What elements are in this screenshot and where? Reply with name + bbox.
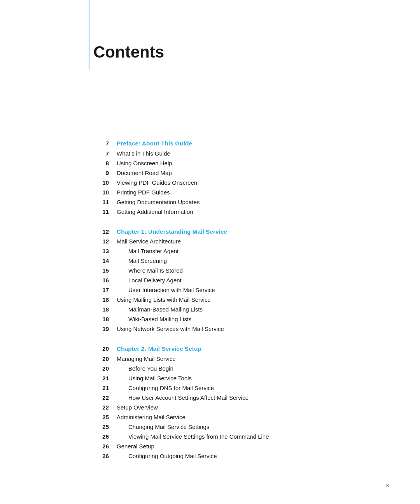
toc-entry-num: 8 xyxy=(93,159,109,167)
toc-entry-row: 11Getting Documentation Updates xyxy=(93,198,389,206)
toc-entry-row: 15Where Mail Is Stored xyxy=(93,266,389,275)
toc-entry-row: 26General Setup xyxy=(93,442,389,450)
toc-entry-row: 14Mail Screening xyxy=(93,257,389,265)
toc-entry-row: 25Changing Mail Service Settings xyxy=(93,423,389,431)
toc-entry-row: 12Mail Service Architecture xyxy=(93,237,389,245)
toc-entry-label: Managing Mail Service xyxy=(117,355,176,363)
toc-entry-label: General Setup xyxy=(117,442,154,450)
toc-entry-num: 26 xyxy=(93,452,109,460)
toc-entry-num: 12 xyxy=(93,237,109,245)
toc-entry-row: 13Mail Transfer Agent xyxy=(93,247,389,255)
toc-entry-label: Configuring Outgoing Mail Service xyxy=(117,452,217,460)
toc-entry-row: 9Document Road Map xyxy=(93,169,389,177)
toc-entry-num: 22 xyxy=(93,403,109,411)
toc-entry-label: Getting Documentation Updates xyxy=(117,198,200,206)
toc-entry-label: Mail Service Architecture xyxy=(117,237,181,245)
toc-entry-label: User Interaction with Mail Service xyxy=(117,286,215,294)
toc-entry-row: 7What’s in This Guide xyxy=(93,149,389,158)
toc-entry-num: 26 xyxy=(93,432,109,441)
toc-entry-num: 10 xyxy=(93,188,109,196)
toc-entry-num: 16 xyxy=(93,276,109,284)
toc-entry-label: Administering Mail Service xyxy=(117,413,186,421)
toc-entry-row: 18Using Mailing Lists with Mail Service xyxy=(93,296,389,304)
toc-entry-row: 11Getting Additional Information xyxy=(93,208,389,216)
toc-chapter-num: 7 xyxy=(93,139,109,147)
page-number: 3 xyxy=(386,483,389,488)
page-title: Contents xyxy=(93,43,389,61)
toc-entry-num: 19 xyxy=(93,325,109,333)
toc-entry-label: Mail Transfer Agent xyxy=(117,247,178,255)
toc-entry-label: Printing PDF Guides xyxy=(117,188,170,196)
toc-entry-label: Changing Mail Service Settings xyxy=(117,423,209,431)
toc-entry-num: 25 xyxy=(93,423,109,431)
toc-chapter-label[interactable]: Chapter 1: Understanding Mail Service xyxy=(117,228,227,236)
toc-entry-num: 11 xyxy=(93,208,109,216)
toc-chapter-row: 12Chapter 1: Understanding Mail Service xyxy=(93,228,389,236)
toc-entry-label: Viewing PDF Guides Onscreen xyxy=(117,178,197,187)
toc-entry-row: 10Printing PDF Guides xyxy=(93,188,389,196)
toc-entry-row: 21Using Mail Service Tools xyxy=(93,374,389,382)
toc-entry-num: 21 xyxy=(93,374,109,382)
toc-entry-row: 21Configuring DNS for Mail Service xyxy=(93,384,389,392)
toc-entry-num: 18 xyxy=(93,305,109,313)
toc-entry-label: Setup Overview xyxy=(117,403,158,411)
toc-entry-num: 9 xyxy=(93,169,109,177)
toc-entry-row: 26Viewing Mail Service Settings from the… xyxy=(93,432,389,441)
toc-entry-label: Using Mail Service Tools xyxy=(117,374,192,382)
toc-entry-num: 13 xyxy=(93,247,109,255)
toc-entry-row: 22Setup Overview xyxy=(93,403,389,411)
toc-entry-row: 16Local Delivery Agent xyxy=(93,276,389,284)
toc-entry-label: Using Network Services with Mail Service xyxy=(117,325,224,333)
toc-entry-num: 7 xyxy=(93,149,109,158)
toc-chapter-num: 12 xyxy=(93,228,109,236)
toc-entry-num: 21 xyxy=(93,384,109,392)
toc-entry-row: 8Using Onscreen Help xyxy=(93,159,389,167)
toc-entry-num: 17 xyxy=(93,286,109,294)
toc-entry-label: Mailman-Based Mailing Lists xyxy=(117,305,203,313)
toc-entry-label: Document Road Map xyxy=(117,169,172,177)
toc-entry-num: 15 xyxy=(93,266,109,275)
toc-entry-num: 11 xyxy=(93,198,109,206)
toc-chapter-num: 20 xyxy=(93,345,109,353)
toc-entry-label: Using Mailing Lists with Mail Service xyxy=(117,296,211,304)
toc-entry-row: 17User Interaction with Mail Service xyxy=(93,286,389,294)
toc-entry-row: 22How User Account Settings Affect Mail … xyxy=(93,394,389,402)
toc-entry-label: Where Mail Is Stored xyxy=(117,266,183,275)
toc-entry-num: 25 xyxy=(93,413,109,421)
table-of-contents: 7Preface: About This Guide7What’s in Thi… xyxy=(93,139,389,460)
toc-section-chapter2: 20Chapter 2: Mail Service Setup20Managin… xyxy=(93,345,389,460)
toc-chapter-row: 20Chapter 2: Mail Service Setup xyxy=(93,345,389,353)
left-bar xyxy=(89,0,89,70)
toc-chapter-label[interactable]: Preface: About This Guide xyxy=(117,139,192,148)
toc-entry-num: 14 xyxy=(93,257,109,265)
toc-entry-num: 10 xyxy=(93,178,109,187)
toc-entry-row: 25Administering Mail Service xyxy=(93,413,389,421)
toc-entry-label: Mail Screening xyxy=(117,257,167,265)
toc-entry-num: 22 xyxy=(93,394,109,402)
toc-chapter-row: 7Preface: About This Guide xyxy=(93,139,389,148)
toc-entry-row: 20Before You Begin xyxy=(93,364,389,373)
toc-entry-label: Getting Additional Information xyxy=(117,208,193,216)
toc-section-preface: 7Preface: About This Guide7What’s in Thi… xyxy=(93,139,389,216)
toc-section-chapter1: 12Chapter 1: Understanding Mail Service1… xyxy=(93,228,389,333)
toc-entry-row: 18Mailman-Based Mailing Lists xyxy=(93,305,389,313)
toc-entry-row: 18Wiki-Based Mailing Lists xyxy=(93,315,389,323)
toc-entry-label: How User Account Settings Affect Mail Se… xyxy=(117,394,248,402)
toc-entry-num: 20 xyxy=(93,364,109,373)
toc-entry-label: What’s in This Guide xyxy=(117,149,170,158)
toc-entry-row: 26Configuring Outgoing Mail Service xyxy=(93,452,389,460)
toc-entry-label: Using Onscreen Help xyxy=(117,159,172,167)
toc-entry-row: 10Viewing PDF Guides Onscreen xyxy=(93,178,389,187)
toc-entry-label: Configuring DNS for Mail Service xyxy=(117,384,214,392)
toc-entry-num: 20 xyxy=(93,355,109,363)
toc-entry-label: Wiki-Based Mailing Lists xyxy=(117,315,192,323)
toc-entry-row: 20Managing Mail Service xyxy=(93,355,389,363)
toc-entry-num: 18 xyxy=(93,315,109,323)
toc-entry-row: 19Using Network Services with Mail Servi… xyxy=(93,325,389,333)
toc-entry-num: 26 xyxy=(93,442,109,450)
toc-chapter-label[interactable]: Chapter 2: Mail Service Setup xyxy=(117,345,201,353)
page: Contents 7Preface: About This Guide7What… xyxy=(0,0,420,504)
toc-entry-label: Local Delivery Agent xyxy=(117,276,182,284)
toc-entry-num: 18 xyxy=(93,296,109,304)
toc-entry-label: Viewing Mail Service Settings from the C… xyxy=(117,432,269,441)
